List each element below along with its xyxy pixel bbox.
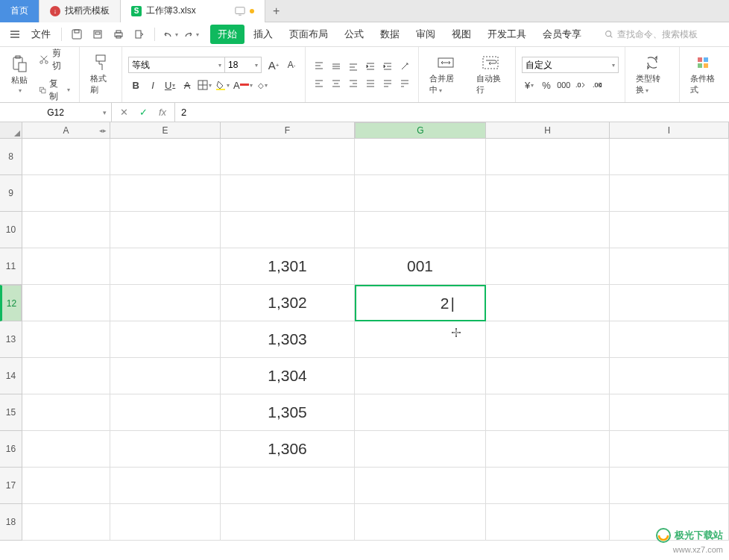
cell-F12[interactable]: 1,302 [221, 285, 355, 321]
accept-formula-icon[interactable]: ✓ [137, 107, 149, 119]
indent-increase-icon[interactable] [380, 59, 395, 74]
name-box[interactable]: G12 [0, 103, 112, 122]
docer-tab[interactable]: ↓ 找稻壳模板 [40, 0, 121, 22]
cell-E12[interactable] [110, 285, 221, 321]
tab-insert[interactable]: 插入 [246, 25, 280, 44]
cell-E8[interactable] [110, 139, 221, 175]
cancel-formula-icon[interactable]: ✕ [118, 107, 130, 119]
increase-decimal-button[interactable]: .0 [573, 78, 588, 92]
cell-I12[interactable] [610, 285, 729, 321]
cell-A15[interactable] [22, 394, 110, 431]
cell-A18[interactable] [22, 504, 110, 541]
cell-I11[interactable] [610, 248, 729, 285]
select-all-corner[interactable] [0, 122, 22, 138]
indent-decrease-icon[interactable] [363, 59, 378, 74]
font-size-select[interactable]: 18▾ [224, 57, 262, 73]
cell-G10[interactable] [355, 212, 486, 248]
font-color-button[interactable]: A▾ [233, 78, 253, 92]
auto-wrap-button[interactable]: 自动换行 [472, 51, 509, 98]
tab-dev-tools[interactable]: 开发工具 [480, 25, 534, 44]
cell-F8[interactable] [221, 139, 355, 175]
window-icon[interactable] [235, 6, 245, 16]
add-tab-button[interactable]: + [265, 4, 288, 18]
cell-A11[interactable] [22, 248, 110, 285]
cell-H17[interactable] [486, 468, 610, 504]
undo-icon[interactable]: ▾ [161, 25, 179, 43]
row-header-17[interactable]: 17 [0, 468, 22, 504]
cell-F16[interactable]: 1,306 [221, 431, 355, 468]
cell-I8[interactable] [610, 139, 729, 175]
cell-G16[interactable] [355, 431, 486, 468]
tab-page-layout[interactable]: 页面布局 [282, 25, 335, 44]
cell-E18[interactable] [110, 504, 221, 541]
paste-button[interactable]: 粘贴▾ [6, 52, 33, 97]
number-format-select[interactable]: 自定义▾ [522, 57, 619, 73]
row-header-13[interactable]: 13 [0, 321, 22, 358]
cells-grid[interactable]: 1,3010011,30221,3031,3041,3051,306 [22, 139, 729, 541]
style-convert-button[interactable]: 类型转换▾ [631, 51, 673, 98]
cell-A16[interactable] [22, 431, 110, 468]
cell-F11[interactable]: 1,301 [221, 248, 355, 285]
cell-F18[interactable] [221, 504, 355, 541]
cell-H16[interactable] [486, 431, 610, 468]
formula-input[interactable]: 2 [175, 103, 729, 122]
align-right-icon[interactable] [346, 76, 361, 91]
cell-A8[interactable] [22, 139, 110, 175]
cell-A17[interactable] [22, 468, 110, 504]
cell-A14[interactable] [22, 358, 110, 394]
cell-H11[interactable] [486, 248, 610, 285]
tab-data[interactable]: 数据 [373, 25, 407, 44]
wrap-icon[interactable] [397, 76, 412, 91]
row-header-15[interactable]: 15 [0, 394, 22, 431]
tab-member[interactable]: 会员专享 [535, 25, 589, 44]
cell-G17[interactable] [355, 468, 486, 504]
cut-button[interactable]: 剪切 [36, 45, 73, 74]
cell-A9[interactable] [22, 175, 110, 212]
justify-icon[interactable] [363, 76, 378, 91]
cell-G9[interactable] [355, 175, 486, 212]
cell-I16[interactable] [610, 431, 729, 468]
cell-G14[interactable] [355, 358, 486, 394]
font-name-select[interactable]: 等线▾ [128, 57, 225, 73]
cell-I17[interactable] [610, 468, 729, 504]
row-header-11[interactable]: 11 [0, 248, 22, 285]
column-header-H[interactable]: H [486, 122, 610, 138]
comma-button[interactable]: 000 [556, 78, 571, 92]
cell-E17[interactable] [110, 468, 221, 504]
cell-I10[interactable] [610, 212, 729, 248]
cond-format-button[interactable]: 条件格式 [686, 51, 723, 98]
merge-center-button[interactable]: 合并居中▾ [425, 51, 466, 98]
cell-H9[interactable] [486, 175, 610, 212]
print-icon[interactable] [110, 25, 127, 43]
cell-F9[interactable] [221, 175, 355, 212]
row-header-18[interactable]: 18 [0, 504, 22, 541]
cell-H18[interactable] [486, 504, 610, 541]
column-header-G[interactable]: G [355, 122, 486, 139]
print-preview-icon[interactable] [89, 25, 107, 43]
format-painter-button[interactable]: 格式刷 [86, 51, 116, 98]
tab-view[interactable]: 视图 [444, 25, 479, 44]
cell-H8[interactable] [486, 139, 610, 175]
save-icon[interactable] [68, 25, 86, 43]
cell-F13[interactable]: 1,303 [221, 321, 355, 358]
row-header-9[interactable]: 9 [0, 175, 22, 212]
cell-E9[interactable] [110, 175, 221, 212]
cell-H10[interactable] [486, 212, 610, 248]
cell-G12[interactable]: 2 [355, 285, 486, 321]
cell-E14[interactable] [110, 358, 221, 394]
bold-button[interactable]: B [128, 78, 143, 92]
cell-E11[interactable] [110, 248, 221, 285]
strikethrough-button[interactable]: A [180, 78, 195, 92]
cell-A12[interactable] [22, 285, 110, 321]
cell-I13[interactable] [610, 321, 729, 358]
align-center-icon[interactable] [329, 76, 344, 91]
tab-formula[interactable]: 公式 [337, 25, 371, 44]
redo-icon[interactable]: ▾ [182, 25, 200, 43]
row-header-12[interactable]: 12 [0, 285, 22, 321]
column-header-A[interactable]: A◂▸ [22, 122, 110, 138]
row-header-8[interactable]: 8 [0, 139, 22, 175]
underline-button[interactable]: U▾ [162, 78, 177, 92]
cell-I14[interactable] [610, 358, 729, 394]
cell-G11[interactable]: 001 [355, 248, 486, 285]
border-button[interactable]: ▾ [197, 78, 212, 92]
